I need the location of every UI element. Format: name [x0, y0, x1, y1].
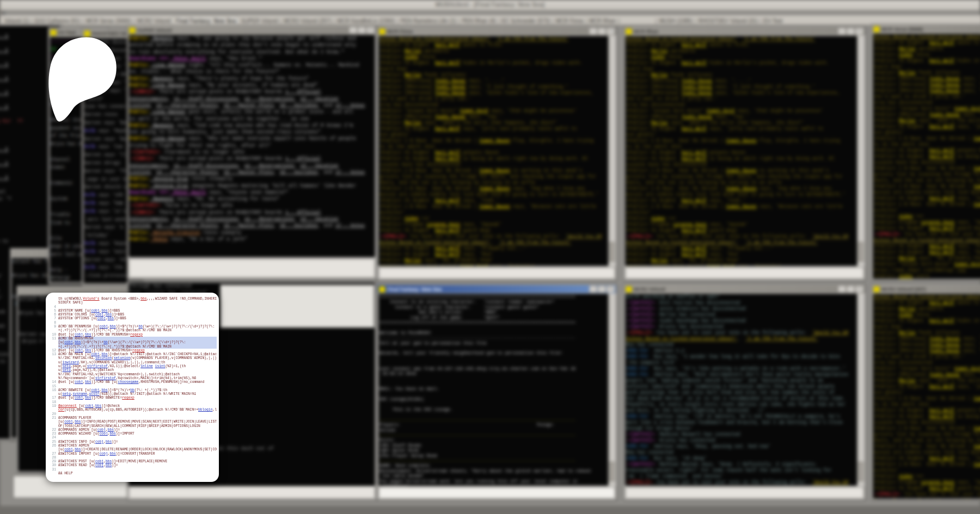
session-tab[interactable]: EC Schroeder (573): [499, 17, 552, 24]
code-text: [58, 305, 217, 309]
window-titlebar[interactable]: SUPER Volund — □ ✕: [128, 26, 376, 34]
window-titlebar[interactable]: MCR3 Volund (257): [872, 285, 980, 293]
session-tab[interactable]: MCR2 Volund: [135, 17, 173, 24]
scrollbar[interactable]: [608, 294, 615, 486]
terminal-line: <Public> 1 B Maus Hear Me Skreek | Comet…: [379, 186, 607, 192]
app-titlebar[interactable]: MUSHclient - [Final Fantasy: New Sea]: [0, 0, 980, 10]
window-super-volund[interactable]: SUPER Volund — □ ✕ Public: Magneto says,…: [127, 25, 377, 280]
window-titlebar[interactable]: MCR Finna — □ ✕: [378, 27, 616, 35]
terminal-line: Announcements, 11 - Staff Discussions, 1…: [130, 96, 374, 102]
window-titlebar[interactable]: MCR2 Volund — □ ✕: [624, 285, 865, 293]
terminal-line: <Public> Merlin waremares: [874, 46, 980, 52]
close-button[interactable]: ✕: [607, 286, 615, 293]
terminal-line: Exits:: [379, 437, 607, 442]
terminal-line: grocery list by scanning the fridge for …: [874, 172, 980, 178]
window-mcr-finna[interactable]: MCR Finna — □ ✕ Scenes Based on Fucked-G…: [377, 26, 617, 281]
terminal-line: <Public> Frogman Leyanne Kaze says, 'Squ…: [379, 222, 607, 228]
window-final-fantasy[interactable]: Final Fantasy: New Sea — □ ✕ ===========…: [377, 284, 617, 500]
terminal-line: <Public> Aiden chirp: [626, 54, 856, 60]
minimize-button[interactable]: —: [589, 286, 597, 293]
command-input[interactable]: [625, 487, 864, 499]
minimize-button[interactable]: —: [838, 286, 846, 293]
scrollbar[interactable]: [857, 294, 864, 486]
close-button[interactable]: ✕: [607, 28, 615, 35]
window-mcr2-volund[interactable]: MCR2 Volund — □ ✕ worth watching on netf…: [623, 284, 866, 500]
session-tabbar[interactable]: Volund (1)|EX3 Cytherea (91)|MCR Seras (…: [0, 15, 980, 25]
code-text: %!/%q<command>`[u(strfirstof,%q<switch>,…: [58, 376, 217, 380]
terminal-line: <Public> #1 Dogbot Kari Wolf says, 'Ria': [626, 252, 856, 258]
terminal-line: <Public> Merlin waremares: [874, 306, 980, 312]
code-text: [58, 436, 217, 439]
minimize-button[interactable]: —: [838, 28, 846, 35]
terminal-line: -<[WATCH]>- Mathias Bainan says, 'Deep. …: [626, 462, 856, 468]
session-tab[interactable]: PEN Rhan (4): [460, 17, 498, 24]
terminal-line: the cable modem": [379, 473, 607, 478]
session-tab[interactable]: MCR Finna: [554, 17, 586, 24]
maximize-button[interactable]: □: [598, 286, 606, 293]
session-tab[interactable]: MUSH (1085): [657, 17, 695, 24]
terminal-line: <Public> #1 Dogbot Kari Wolf says, 'Ria': [379, 252, 607, 258]
session-tab[interactable]: RHOSTDEV Volund (31): [696, 17, 760, 24]
terminal-line: <Public> Merlin says, 'No, probably them…: [874, 256, 980, 262]
session-tab[interactable]: MCR Rhan: [587, 17, 618, 24]
window-titlebar[interactable]: MCR Rhan — □ ✕: [624, 27, 865, 35]
terminal-line: trying to fight for their own rights, af…: [130, 143, 374, 149]
window-mcr3-volund[interactable]: MCR3 Volund (257) Scenes Based on Fucked…: [871, 284, 980, 500]
window-mcr-seras[interactable]: MCR Seras (5666) Scenes Based on Fucked-…: [871, 24, 980, 281]
command-input[interactable]: [128, 258, 375, 278]
minimize-button[interactable]: —: [349, 27, 357, 34]
close-button[interactable]: ✕: [366, 27, 375, 34]
session-tab[interactable]: EX3 Cytherea (91): [33, 17, 82, 24]
command-input[interactable]: [625, 267, 864, 279]
maximize-button[interactable]: □: [358, 27, 366, 34]
terminal-line: <Public> #1 Dogbot Kari Wolf says, 'jell…: [874, 124, 980, 130]
terminal-line: <PS> Player Setup Room: [379, 453, 607, 458]
terminal-line: <Public> 1 B Maus Hear Me Skreek | Comet…: [379, 204, 607, 210]
terminal-line: Listing, 14 - Character Points, 15 - Mas…: [130, 169, 374, 176]
maximize-button[interactable]: □: [598, 28, 606, 35]
command-input[interactable]: [378, 487, 615, 499]
terminal-line: <OOC-FU> Ryu says, 'oh dang': [626, 456, 856, 462]
command-input[interactable]: [378, 267, 615, 279]
close-button[interactable]: ✕: [855, 286, 863, 293]
session-tab[interactable]: MCR Seras (5666): [84, 17, 133, 24]
terminal-line: <Public> #1 Dogbot Kari Wolf is being an…: [874, 414, 980, 420]
code-text: &CMD`BB`MAIN [u(cobj,bbs)]=@attach %!/IN…: [58, 352, 217, 356]
session-tab[interactable]: Volund (1): [2, 17, 32, 24]
session-tab[interactable]: SUPER Volund: [238, 17, 280, 24]
screenshot-stage: MUSHclient - [Final Fantasy: New Sea] ip…: [0, 0, 980, 514]
command-input[interactable]: [128, 486, 375, 499]
terminal-line: -<[BBS]>- There are unread posts on MAND…: [130, 89, 374, 95]
terminal-line: You paged Silverstreak with 'are you run…: [379, 479, 607, 484]
scrollbar[interactable]: [608, 36, 615, 266]
terminal-line: reasonable wizars. right?' For some reas…: [626, 468, 856, 474]
code-text: [58, 321, 217, 325]
session-tab[interactable]: MCR KaraBeiLix (2350): [335, 17, 397, 24]
window-mcr-rhan[interactable]: MCR Rhan — □ ✕ Scenes Based on Fucked-Ge…: [623, 26, 866, 281]
scrollbar[interactable]: [857, 36, 864, 266]
session-tab[interactable]: MCR3 Volund (257): [281, 17, 334, 24]
maximize-button[interactable]: □: [847, 286, 855, 293]
terminal-line: <Public> 1 B Maus Hear Me Skreek | Comet…: [874, 444, 980, 450]
code-line: %!/INC`PARTIAL=%1,setunion(setunion(v(CO…: [47, 356, 217, 360]
maximize-button[interactable]: □: [847, 28, 855, 35]
terminal-line: minute are nibble nibble lick lick mush …: [626, 192, 856, 198]
window-titlebar[interactable]: Final Fantasy: New Sea — □ ✕: [378, 285, 616, 293]
terminal-line: <Public> #1 Dogbot Kari Wolf hides in Me…: [874, 318, 980, 324]
close-button[interactable]: ✕: [855, 28, 863, 35]
session-tab[interactable]: PEN Ramelera Lilin (1): [399, 17, 458, 24]
terminal-line: <Public> #1 Dogbot Kari Wolf petpets Rav…: [626, 150, 856, 156]
terminal-line: <Public> #1 Dogbot Kari Wolf says, 'jell…: [626, 126, 856, 132]
code-line: 6&SYSTEm`COLORS [u(cobj,bbs)]=BBS: [47, 313, 217, 317]
session-tab[interactable]: [620, 22, 656, 23]
window-titlebar[interactable]: MCR Seras (5666): [872, 25, 980, 33]
terminal-line: Guard dogs: [626, 66, 856, 72]
session-tab[interactable]: EV-Test: [762, 17, 785, 24]
code-line: 20: [47, 412, 217, 416]
line-number: [47, 297, 58, 301]
session-tab[interactable]: Final Fantasy: New Sea: [173, 16, 238, 24]
minimize-button[interactable]: —: [589, 28, 597, 35]
terminal-output: Scenes Based on Fucked-Generated Ideas?'…: [873, 294, 980, 499]
code-text: @set [u(cobj,bbs)]/CMD`BBWRITE=regexp: [58, 396, 217, 400]
line-number: 9: [47, 325, 58, 329]
